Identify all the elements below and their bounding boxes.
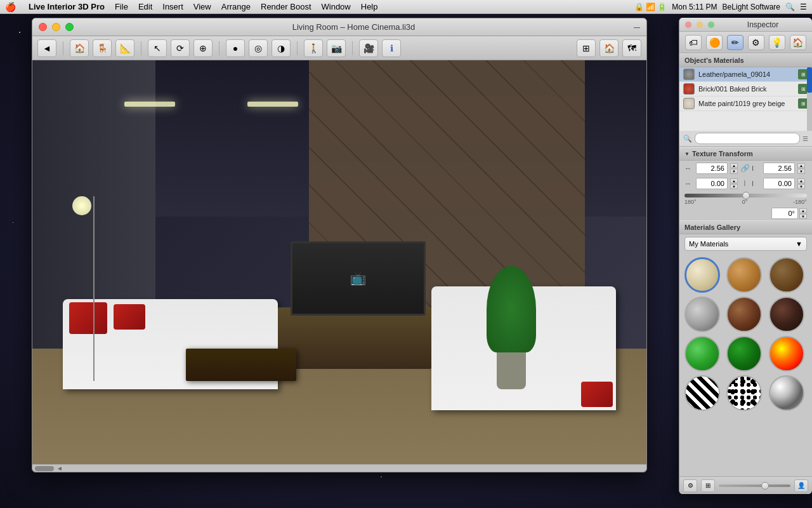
menu-view[interactable]: View <box>193 2 211 11</box>
menu-arrange[interactable]: Arrange <box>221 2 251 11</box>
menu-render-boost[interactable]: Render Boost <box>261 2 311 11</box>
view-button[interactable]: 📐 <box>115 39 134 57</box>
material-item-brick[interactable]: Brick/001 Baked Brick ⊞ <box>679 82 812 97</box>
texture-transform-header: ▼ Texture Transform <box>679 147 812 161</box>
scrollbar-thumb[interactable] <box>35 466 54 471</box>
offset-x-decrement[interactable]: ▼ <box>730 184 738 189</box>
inspector-minimize[interactable] <box>696 21 704 29</box>
circle-tool[interactable]: ◎ <box>249 39 268 57</box>
canvas-area[interactable]: 📺 ◄ <box>32 60 646 472</box>
floor-plan-button[interactable]: 🏠 <box>70 39 89 57</box>
width-stepper[interactable]: ▲ ▼ <box>730 163 738 174</box>
swatch-zebra[interactable] <box>684 375 720 411</box>
collapse-icon[interactable]: ▼ <box>684 151 690 157</box>
tab-room[interactable]: 🏠 <box>790 35 806 50</box>
rotation-input[interactable] <box>771 208 798 219</box>
tv-unit <box>278 307 431 369</box>
material-item-leather[interactable]: Leather/pamela_09014 ⊞ <box>679 67 812 82</box>
tab-settings[interactable]: ⚙ <box>748 35 764 50</box>
minimize-button[interactable] <box>52 23 60 31</box>
canvas-scrollbar[interactable]: ◄ <box>32 464 646 472</box>
map-view[interactable]: 🗺 <box>622 39 641 57</box>
menu-window[interactable]: Window <box>322 2 351 11</box>
select-tool[interactable]: ↖ <box>148 39 167 57</box>
back-button[interactable]: ◄ <box>37 39 56 57</box>
rotation-slider-thumb[interactable] <box>742 192 750 199</box>
move-tool[interactable]: ⊕ <box>193 39 213 57</box>
camera-tool[interactable]: 📷 <box>327 39 346 57</box>
offset-x-stepper[interactable]: ▲ ▼ <box>730 178 738 189</box>
menu-file[interactable]: File <box>115 2 128 11</box>
offset-x-increment[interactable]: ▲ <box>730 178 738 184</box>
swatch-fire[interactable] <box>769 336 804 371</box>
width-decrement[interactable]: ▼ <box>730 169 738 174</box>
maximize-button[interactable] <box>65 23 74 31</box>
width-increment[interactable]: ▲ <box>730 163 738 168</box>
materials-scrollbar-thumb[interactable] <box>807 67 812 93</box>
sphere-tool[interactable]: ● <box>226 39 245 57</box>
offset-x-input[interactable] <box>696 178 728 189</box>
offset-y-decrement[interactable]: ▼ <box>797 184 805 189</box>
house-view[interactable]: 🏠 <box>599 39 619 57</box>
separator-1 <box>63 41 63 55</box>
tab-lights[interactable]: 💡 <box>769 35 785 50</box>
search-menu-icon[interactable]: ☰ <box>802 135 808 142</box>
settings-cog-button[interactable]: ⚙ <box>683 479 697 492</box>
inspector-maximize[interactable] <box>707 21 715 29</box>
swatch-wood-dark[interactable] <box>769 257 804 293</box>
height-stepper[interactable]: ▲ ▼ <box>797 163 805 174</box>
tab-info[interactable]: 🏷 <box>685 35 702 50</box>
offset-y-stepper[interactable]: ▲ ▼ <box>797 178 805 189</box>
zoom-slider-thumb[interactable] <box>761 482 769 490</box>
tab-materials[interactable]: ✏ <box>727 35 743 50</box>
swatch-green[interactable] <box>684 336 720 371</box>
main-window: Living Room – Home Cinema.li3d – ◄ 🏠 🪑 📐… <box>32 18 647 472</box>
menu-insert[interactable]: Insert <box>162 2 183 11</box>
half-circle-tool[interactable]: ◑ <box>272 39 291 57</box>
swatch-spots[interactable] <box>726 375 762 411</box>
rotation-slider-track[interactable] <box>684 194 807 197</box>
grid-button[interactable]: ⊞ <box>701 479 715 492</box>
inspector-close[interactable] <box>684 21 692 29</box>
window-zoom[interactable]: – <box>634 20 640 34</box>
gallery-select[interactable]: My Materials ▼ <box>684 237 807 251</box>
swatch-beige[interactable] <box>684 257 720 293</box>
height-decrement[interactable]: ▼ <box>797 169 805 174</box>
offset-y-increment[interactable]: ▲ <box>797 178 805 184</box>
width-input[interactable] <box>696 163 728 174</box>
room-canvas[interactable]: 📺 <box>32 60 646 472</box>
material-item-matte[interactable]: Matte paint/1019 grey beige ⊞ <box>679 97 812 111</box>
swatch-wood-light[interactable] <box>726 257 762 293</box>
walk-through[interactable]: 🚶 <box>304 39 323 57</box>
offset-y-input[interactable] <box>763 178 795 189</box>
rotation-decrement[interactable]: ▼ <box>799 214 807 219</box>
menu-help[interactable]: Help <box>361 2 378 11</box>
furniture-button[interactable]: 🪑 <box>93 39 112 57</box>
swatch-dkgreen[interactable] <box>726 336 762 371</box>
render-button[interactable]: 🎥 <box>359 39 378 57</box>
person-button[interactable]: 👤 <box>794 479 808 492</box>
menu-list[interactable]: ☰ <box>800 3 807 11</box>
menu-search[interactable]: 🔍 <box>785 3 795 11</box>
swatch-chrome[interactable] <box>769 375 804 411</box>
swatch-darkbrown[interactable] <box>769 297 804 332</box>
swatch-metal[interactable] <box>684 297 720 332</box>
rotation-stepper[interactable]: ▲ ▼ <box>799 208 807 219</box>
rotation-increment[interactable]: ▲ <box>799 208 807 213</box>
menu-edit[interactable]: Edit <box>138 2 152 11</box>
height-input[interactable] <box>763 163 795 174</box>
swatch-brown[interactable] <box>726 297 762 332</box>
tab-object[interactable]: 🟠 <box>706 35 723 50</box>
info-button[interactable]: ℹ <box>382 39 401 57</box>
chain-link-icon[interactable]: 🔗 <box>740 164 749 173</box>
zoom-slider[interactable] <box>719 485 790 487</box>
close-button[interactable] <box>39 23 47 31</box>
materials-scrollbar[interactable] <box>807 67 812 131</box>
grid-view[interactable]: ⊞ <box>577 39 596 57</box>
app-name[interactable]: Live Interior 3D Pro <box>29 2 105 11</box>
materials-list[interactable]: Leather/pamela_09014 ⊞ Brick/001 Baked B… <box>679 67 812 131</box>
rotate-tool[interactable]: ⟳ <box>171 39 190 57</box>
height-increment[interactable]: ▲ <box>797 163 805 168</box>
apple-menu[interactable]: 🍎 <box>5 2 16 12</box>
materials-search-input[interactable] <box>695 133 800 144</box>
